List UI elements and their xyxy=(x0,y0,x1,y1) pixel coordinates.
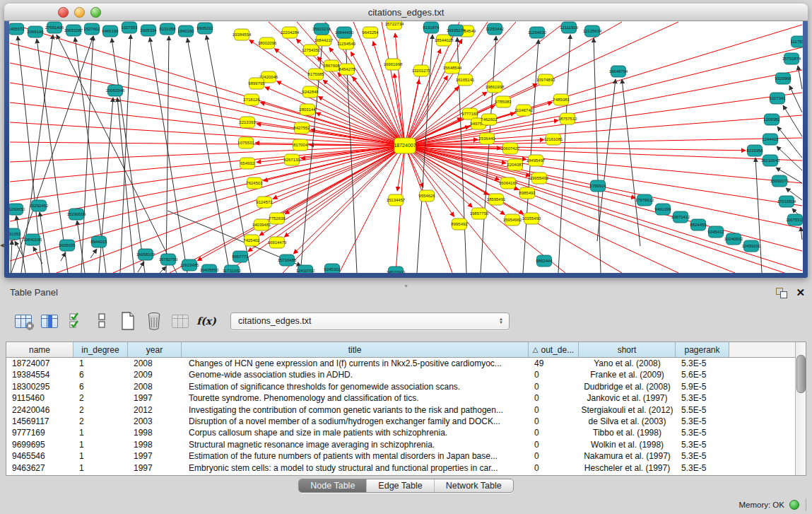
graph-node-label: 9785083 xyxy=(495,100,512,104)
graph-node-label: 9777169 xyxy=(461,112,478,116)
table-row[interactable]: 969969511998Structural magnetic resonanc… xyxy=(6,439,806,450)
cell-out: 0 xyxy=(529,392,579,404)
graph-edge xyxy=(197,146,405,261)
minimize-window-button[interactable] xyxy=(74,7,85,18)
column-header-pagerank[interactable]: pagerank xyxy=(676,342,729,357)
graph-edge xyxy=(396,146,405,273)
cell-indeg: 6 xyxy=(73,369,128,380)
table-row[interactable]: 1456911722003Disruption of a novel membe… xyxy=(6,416,806,427)
delete-column-icon[interactable] xyxy=(143,310,165,332)
table-selector[interactable]: citations_edges.txt ▲▼ xyxy=(230,313,510,330)
graph-node-label: 11254630 xyxy=(528,30,547,35)
graph-node-label: 16165141 xyxy=(456,78,475,82)
graph-edge xyxy=(597,79,616,241)
cell-out: 0 xyxy=(529,439,579,450)
graph-edge xyxy=(323,80,405,146)
select-all-icon[interactable] xyxy=(65,310,86,332)
table-row[interactable]: 946554611997Estimation of the future num… xyxy=(6,450,806,462)
graph-edge xyxy=(777,127,802,158)
memory-status: Memory: OK xyxy=(739,501,784,509)
vertical-scrollbar[interactable] xyxy=(795,342,806,475)
column-header-out_de[interactable]: △out_de... xyxy=(529,342,579,357)
graph-node-label: 15292462 xyxy=(30,204,49,208)
graph-edge xyxy=(10,43,405,146)
cell-title: Changes of HCN gene expression and I(f) … xyxy=(182,358,529,369)
column-header-title[interactable]: title xyxy=(182,342,529,357)
network-canvas[interactable]: 1872400722420046989979527181262213393107… xyxy=(9,21,803,273)
graph-node-label: 16844490 xyxy=(335,30,354,35)
select-arrows-icon: ▲▼ xyxy=(499,317,503,325)
tab-edge-table[interactable]: Edge Table xyxy=(366,479,433,492)
collapse-panel-arrow-icon[interactable]: ◂ xyxy=(0,240,4,250)
graph-node-label: 16210643 xyxy=(761,158,780,163)
tab-node-table[interactable]: Node Table xyxy=(299,479,366,492)
graph-node-label: 1405572 xyxy=(9,27,25,31)
close-panel-icon[interactable]: ✕ xyxy=(796,287,805,298)
graph-edge xyxy=(16,216,25,273)
table-row[interactable]: 911546021997Tourette syndrome. Phenomeno… xyxy=(6,392,806,404)
close-window-button[interactable] xyxy=(58,7,69,18)
cell-title: Corpus callosum shape and size in male p… xyxy=(182,427,529,438)
graph-node-label: 19861998 xyxy=(486,85,505,89)
cell-name: 9465546 xyxy=(6,450,73,462)
cell-indeg: 1 xyxy=(73,462,128,474)
cell-name: 9115460 xyxy=(6,392,73,404)
clear-selection-icon[interactable] xyxy=(91,310,112,332)
screen: citations_edges.txt 18724007224200469899… xyxy=(0,0,812,514)
graph-node-label: 8824450 xyxy=(690,223,707,227)
graph-node-label: 9554626 xyxy=(418,194,435,198)
cell-short: Stergiakouli et al. (2012) xyxy=(579,404,676,416)
graph-node-label: 10405853 xyxy=(200,268,219,272)
column-visibility-icon[interactable] xyxy=(39,310,60,332)
graph-node-label: 817004 xyxy=(293,143,308,147)
cell-short: Nakamura et al. (1997) xyxy=(579,450,676,462)
cell-pr: 5.9E-5 xyxy=(676,381,729,392)
table-row[interactable]: 1938455462009Genome-wide association stu… xyxy=(6,369,806,380)
column-header-year[interactable]: year xyxy=(128,342,182,357)
scrollbar-thumb[interactable] xyxy=(796,355,806,393)
column-header-name[interactable]: name xyxy=(6,342,73,357)
graph-node-label: 16914479 xyxy=(268,240,287,245)
table-row[interactable]: 946362711997Embryonic stem cells: a mode… xyxy=(6,462,806,474)
window-frame: 1872400722420046989979527181262213393107… xyxy=(4,21,808,278)
status-divider xyxy=(806,498,806,511)
float-panel-icon[interactable] xyxy=(776,288,787,298)
network-window: citations_edges.txt 18724007224200469899… xyxy=(4,4,808,278)
table-body: 1872400712008Changes of HCN gene express… xyxy=(6,358,806,474)
graph-edge xyxy=(405,47,802,146)
window-titlebar[interactable]: citations_edges.txt xyxy=(4,4,808,21)
cell-out: 0 xyxy=(529,427,579,438)
graph-node-label: 18595491 xyxy=(487,197,506,201)
table-settings-icon[interactable] xyxy=(13,310,34,332)
cell-pr: 5.3E-5 xyxy=(676,392,729,404)
column-header-in_degree[interactable]: in_degree xyxy=(73,342,128,357)
graph-node-label: 12125634 xyxy=(583,29,602,33)
graph-node-label: 7425402 xyxy=(243,238,260,243)
table-row[interactable]: 1830029562008Estimation of significance … xyxy=(6,381,806,392)
cell-year: 1998 xyxy=(128,439,182,450)
graph-node-label: 13201277 xyxy=(412,69,431,73)
graph-node-label: 18724007 xyxy=(394,143,416,148)
graph-node-label: 1840160 xyxy=(177,29,194,33)
graph-node-label: 9245302 xyxy=(324,267,341,271)
graph-edge xyxy=(405,146,802,251)
cell-short: Hescheler et al. (1997) xyxy=(579,462,676,474)
function-builder-icon[interactable]: f(x) xyxy=(196,310,217,332)
table-panel: Table Panel ✕ xyxy=(0,284,812,495)
tab-network-table[interactable]: Network Table xyxy=(434,479,513,492)
graph-edge xyxy=(61,252,66,261)
graph-node-label: 10974893 xyxy=(536,78,555,82)
create-column-icon[interactable] xyxy=(117,310,139,332)
graph-node-label: 12459202 xyxy=(742,244,761,248)
graph-node-label: 12754350 xyxy=(302,48,321,52)
graph-edge xyxy=(405,138,802,146)
table-row[interactable]: 977716911998Corpus callosum shape and si… xyxy=(6,427,806,438)
graph-edge xyxy=(558,35,570,273)
zoom-window-button[interactable] xyxy=(90,7,101,18)
graph-node-label: 8427552 xyxy=(293,126,310,130)
table-row[interactable]: 1872400712008Changes of HCN gene express… xyxy=(6,358,806,369)
column-header-short[interactable]: short xyxy=(579,342,676,357)
cell-out: 0 xyxy=(529,450,579,462)
panel-splitter[interactable]: ▾ xyxy=(0,278,812,284)
table-row[interactable]: 2242004622012Investigating the contribut… xyxy=(6,404,806,416)
